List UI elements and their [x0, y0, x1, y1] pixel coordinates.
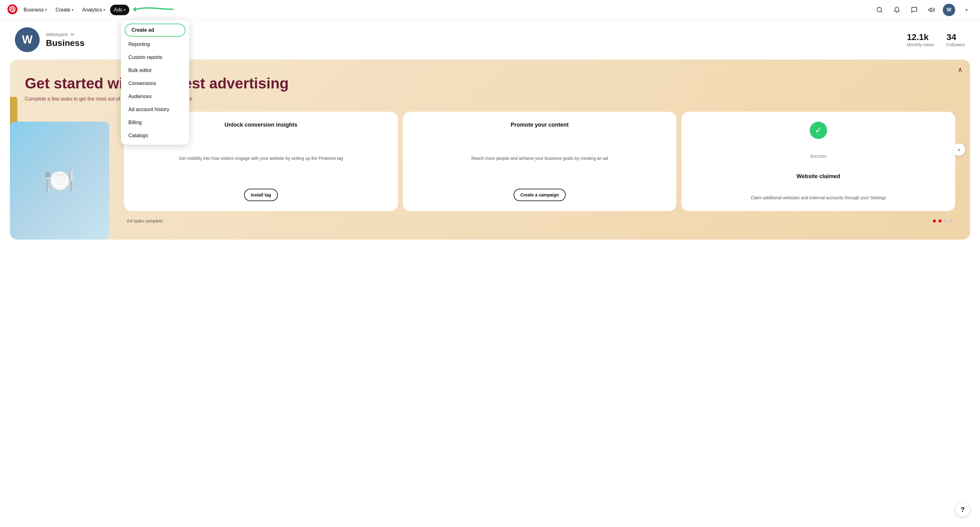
arrow-annotation — [123, 0, 185, 20]
card2-title: Promote your content — [511, 122, 569, 128]
profile-info: WebAppick ✏ Business — [46, 32, 85, 48]
carousel-next-button[interactable]: › — [953, 144, 965, 156]
tasks-progress-row: 2/4 tasks complete — [124, 219, 955, 224]
user-avatar[interactable]: W — [943, 4, 955, 16]
followers-number: 34 — [947, 32, 965, 42]
edit-profile-button[interactable]: ✏ — [70, 32, 75, 38]
profile-username: WebAppick — [46, 32, 68, 37]
navbar-right: W ▾ — [873, 4, 972, 16]
food-image: 🍽️ — [10, 122, 109, 240]
profile-stats: 12.1k Monthly views 34 Followers — [907, 32, 965, 47]
dropdown-item-create-ad[interactable]: Create ad — [125, 24, 185, 37]
more-options-button[interactable]: ▾ — [960, 4, 972, 16]
dropdown-item-billing[interactable]: Billing — [121, 116, 189, 129]
chevron-down-icon: ▾ — [45, 8, 47, 12]
collapse-banner-button[interactable]: ∧ — [958, 66, 963, 74]
nav-create-label: Create — [56, 7, 70, 13]
card2-description: Reach more people and achieve your busin… — [471, 155, 608, 162]
monthly-views-stat: 12.1k Monthly views — [907, 32, 934, 47]
dropdown-item-custom-reports[interactable]: Custom reports — [121, 51, 189, 64]
success-icon: ✓ — [810, 122, 827, 139]
profile-avatar: W — [15, 27, 40, 52]
dropdown-item-reporting[interactable]: Reporting — [121, 38, 189, 51]
card3-description: Claim additional websites and external a… — [751, 195, 886, 201]
svg-marker-4 — [929, 8, 931, 12]
notifications-button[interactable] — [891, 4, 903, 16]
svg-point-0 — [8, 4, 18, 14]
svg-marker-1 — [133, 7, 136, 12]
success-label: Success — [810, 153, 826, 159]
dropdown-item-catalogs[interactable]: Catalogs — [121, 129, 189, 142]
messages-button[interactable] — [908, 4, 920, 16]
monthly-views-label: Monthly views — [907, 42, 934, 47]
navbar-left: Business ▾ Create ▾ Analytics ▾ Ads ▾ — [8, 4, 129, 16]
nav-business-label: Business — [24, 7, 44, 13]
install-tag-button[interactable]: Install tag — [244, 189, 278, 201]
dropdown-item-audiences[interactable]: Audiences — [121, 90, 189, 103]
profile-display-name: Business — [46, 38, 85, 48]
carousel-dots — [933, 219, 953, 222]
hero-subtitle: Complete a few tasks to get the most out… — [25, 96, 444, 102]
dropdown-item-conversions[interactable]: Conversions — [121, 77, 189, 90]
monthly-views-number: 12.1k — [907, 32, 934, 42]
ads-dropdown-menu: Create ad Reporting Custom reports Bulk … — [121, 20, 189, 145]
carousel-dot-1[interactable] — [933, 219, 936, 222]
pinterest-logo[interactable] — [8, 4, 18, 16]
dropdown-item-bulk-editor[interactable]: Bulk editor — [121, 64, 189, 77]
chevron-down-icon: ▾ — [103, 8, 105, 12]
chevron-down-icon: ▾ — [124, 8, 126, 12]
food-image-placeholder: 🍽️ — [10, 122, 109, 240]
profile-name-row: WebAppick ✏ — [46, 32, 85, 38]
nav-item-business[interactable]: Business ▾ — [20, 5, 51, 15]
carousel-dot-3[interactable] — [944, 219, 947, 222]
dropdown-item-ad-account-history[interactable]: Ad account history — [121, 103, 189, 116]
followers-label: Followers — [947, 42, 965, 47]
create-campaign-button[interactable]: Create a campaign — [514, 189, 566, 201]
card3-title: Website claimed — [796, 173, 840, 180]
nav-analytics-label: Analytics — [82, 7, 102, 13]
chevron-down-icon: ▾ — [72, 8, 73, 12]
svg-line-3 — [881, 11, 882, 13]
nav-item-ads[interactable]: Ads ▾ — [110, 5, 129, 15]
hero-title: Get started with Pinterest advertising — [25, 75, 490, 93]
card1-title: Unlock conversion insights — [224, 122, 298, 128]
tasks-complete-text: 2/4 tasks complete — [127, 219, 163, 224]
nav-ads-label: Ads — [114, 7, 123, 13]
card-website-claimed: ✓ Success Website claimed Claim addition… — [681, 112, 955, 211]
carousel-dot-2[interactable] — [939, 219, 942, 222]
nav-item-analytics[interactable]: Analytics ▾ — [78, 5, 109, 15]
card-promote-content: Promote your content Reach more people a… — [403, 112, 677, 211]
card1-description: Get visibility into how visitors engage … — [179, 155, 343, 162]
nav-item-create[interactable]: Create ▾ — [52, 5, 77, 15]
cards-row: Unlock conversion insights Get visibilit… — [124, 112, 955, 211]
navbar: Business ▾ Create ▾ Analytics ▾ Ads ▾ — [0, 0, 980, 20]
followers-stat: 34 Followers — [947, 32, 965, 47]
search-button[interactable] — [873, 4, 886, 16]
announcements-button[interactable] — [926, 4, 938, 16]
carousel-dot-4[interactable] — [950, 219, 953, 222]
